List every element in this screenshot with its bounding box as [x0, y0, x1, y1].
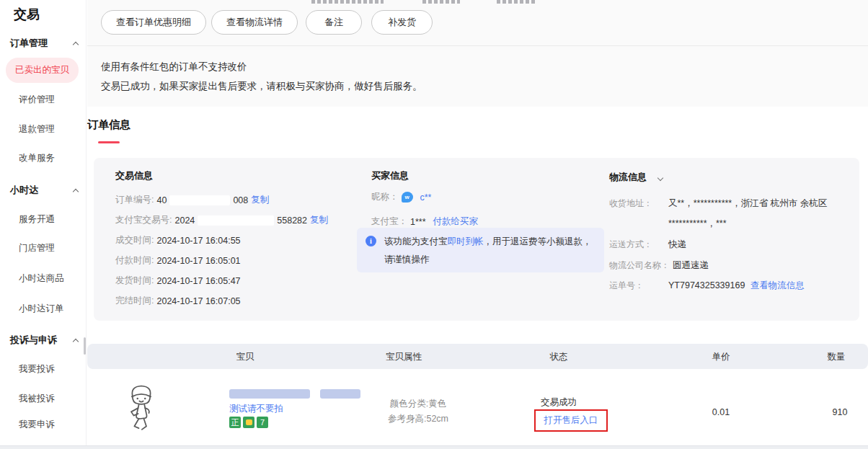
- buyer-alipay-label: 支付宝：: [371, 215, 407, 228]
- sidebar-item-review-management[interactable]: 评价管理: [19, 94, 55, 106]
- logistics-company-value: 圆通速递: [673, 259, 709, 272]
- header-quantity: 数量: [807, 351, 865, 363]
- sidebar-item-order-change-service[interactable]: 改单服务: [19, 152, 55, 164]
- sidebar-group-complaints[interactable]: 投诉与申诉: [10, 334, 78, 347]
- address-label: 收货地址：: [609, 197, 652, 210]
- wangwang-icon[interactable]: w: [402, 192, 413, 203]
- product-subtitle-link[interactable]: 测试请不要拍: [229, 403, 283, 415]
- waybill-label: 运单号：: [609, 280, 644, 292]
- buyer-alipay-account: 1***: [410, 217, 426, 227]
- sidebar: 交易 订单管理 已卖出的宝贝 评价管理 退款管理 改单服务 小时达 服务开通 门…: [0, 0, 87, 449]
- ship-time-row: 发货时间: 2024-10-17 16:05:47: [115, 275, 241, 287]
- note-text-prefix: 该功能为支付宝: [384, 236, 448, 246]
- shipping-method-value: 快递: [668, 239, 686, 251]
- order-status: 交易成功: [515, 396, 602, 409]
- complete-time-value: 2024-10-17 16:07:05: [156, 296, 240, 306]
- ship-time-label: 发货时间:: [115, 275, 154, 287]
- logistics-title-text: 物流信息: [609, 172, 647, 182]
- logistics-info-title: 物流信息: [609, 171, 663, 184]
- waybill-row: 运单号： YT7974325339169 查看物流信息: [609, 280, 644, 292]
- clipped-text-fragment: [497, 0, 537, 4]
- chevron-down-icon[interactable]: [657, 175, 663, 181]
- deal-time-row: 成交时间: 2024-10-17 16:04:55: [115, 234, 241, 246]
- sidebar-group-label: 订单管理: [10, 37, 48, 50]
- order-number-prefix: 40: [156, 195, 167, 205]
- clipped-text-fragment: [422, 0, 460, 4]
- sidebar-title: 交易: [14, 6, 40, 23]
- chevron-up-icon: [73, 189, 79, 195]
- redacted-order-number: [169, 195, 230, 205]
- address-row: 收货地址： 又**，***********，浙江省 杭州市 余杭区: [609, 197, 652, 210]
- instant-arrival-link[interactable]: 即时到帐: [448, 236, 484, 246]
- deal-time-value: 2024-10-17 16:04:55: [156, 236, 240, 246]
- sidebar-group-hourly-delivery[interactable]: 小时达: [10, 184, 78, 197]
- action-section: 查看订单优惠明细 查看物流详情 备注 补发货 使用有条件红包的订单不支持改价 交…: [87, 0, 868, 107]
- sidebar-item-service-activation[interactable]: 服务开通: [19, 213, 55, 226]
- shipping-method-label: 运送方式：: [609, 239, 652, 251]
- buyer-alipay-row: 支付宝： 1*** 付款给买家: [371, 215, 478, 228]
- remark-button[interactable]: 备注: [306, 10, 362, 35]
- sidebar-item-file-appeal[interactable]: 我要申诉: [19, 419, 55, 431]
- alipay-number-label: 支付宝交易号:: [115, 214, 172, 226]
- pay-time-value: 2024-10-17 16:05:01: [156, 256, 240, 266]
- nickname-label: 昵称：: [371, 191, 399, 203]
- buyer-nickname-link[interactable]: c**: [420, 192, 432, 203]
- attr-height: 参考身高:52cm: [368, 413, 469, 425]
- charity-badge: [243, 417, 254, 428]
- complete-time-row: 完结时间: 2024-10-17 16:07:05: [115, 295, 241, 307]
- sidebar-item-complained-against[interactable]: 我被投诉: [19, 393, 55, 405]
- product-table-row: 测试请不要拍 正 7 颜色分类:黄色 参考身高:52cm 交易成功 打开售后入口…: [87, 369, 868, 445]
- clipped-text-fragment: [311, 0, 384, 4]
- sidebar-item-hourly-products[interactable]: 小时达商品: [19, 272, 64, 285]
- open-after-sale-link[interactable]: 打开售后入口: [544, 414, 598, 427]
- nickname-row: 昵称： w c**: [371, 191, 431, 203]
- order-number-suffix: 008: [233, 195, 248, 205]
- ship-time-value: 2024-10-17 16:05:47: [156, 276, 240, 286]
- reship-button[interactable]: 补发货: [371, 10, 433, 35]
- sidebar-item-hourly-orders[interactable]: 小时达订单: [19, 303, 64, 315]
- address-line-1: 又**，***********，浙江省 杭州市 余杭区: [668, 197, 827, 210]
- sidebar-group-label: 投诉与申诉: [10, 334, 57, 347]
- chevron-up-icon: [73, 42, 79, 48]
- redacted-product-title[interactable]: [229, 389, 310, 399]
- sidebar-item-file-complaint[interactable]: 我要投诉: [19, 363, 55, 375]
- view-logistics-info-link[interactable]: 查看物流信息: [750, 280, 805, 290]
- product-table-header: 宝贝 宝贝属性 状态 单价 数量: [87, 344, 868, 369]
- sidebar-scrollbar-thumb[interactable]: [84, 337, 86, 355]
- header-status: 状态: [530, 351, 588, 363]
- info-icon: i: [366, 236, 376, 246]
- sidebar-group-order-management[interactable]: 订单管理: [10, 37, 78, 50]
- alipay-number-prefix: 2024: [174, 215, 195, 226]
- address-line-2: ***********，***: [668, 218, 727, 230]
- view-logistics-detail-button[interactable]: 查看物流详情: [211, 10, 298, 35]
- complete-time-label: 完结时间:: [115, 295, 154, 307]
- redacted-product-title-2[interactable]: [320, 389, 360, 399]
- product-badges: 正 7: [229, 417, 268, 428]
- logistics-company-row: 物流公司名称： 圆通速递: [609, 259, 670, 272]
- copy-alipay-number-link[interactable]: 复制: [310, 214, 328, 226]
- order-number-row: 订单编号: 40 008 复制: [115, 194, 269, 206]
- alipay-number-suffix: 558282: [277, 215, 307, 226]
- page-section-title: 订单信息: [87, 118, 130, 132]
- charity-badge-icon: [246, 419, 252, 425]
- instant-payment-note: i 该功能为支付宝即时到帐，用于退运费等小额退款，请谨慎操作: [357, 228, 604, 272]
- waybill-number: YT7974325339169: [668, 280, 745, 290]
- alipay-number-row: 支付宝交易号: 2024 558282 复制: [115, 214, 328, 226]
- chevron-up-icon: [73, 339, 79, 344]
- sidebar-item-refund-management[interactable]: 退款管理: [19, 123, 55, 135]
- pay-to-buyer-link[interactable]: 付款给买家: [433, 215, 479, 228]
- sidebar-item-sold-items[interactable]: 已卖出的宝贝: [6, 58, 79, 83]
- copy-order-number-link[interactable]: 复制: [251, 194, 269, 206]
- header-product-attrs: 宝贝属性: [375, 351, 433, 363]
- header-unit-price: 单价: [692, 351, 750, 363]
- authentic-badge: 正: [229, 417, 241, 428]
- divider: [87, 45, 868, 46]
- notice-line-1: 使用有条件红包的订单不支持改价: [101, 61, 247, 74]
- view-order-discount-detail-button[interactable]: 查看订单优惠明细: [101, 10, 206, 35]
- pay-time-row: 付款时间: 2024-10-17 16:05:01: [115, 254, 241, 267]
- product-image[interactable]: [122, 383, 161, 434]
- deal-time-label: 成交时间:: [115, 234, 154, 246]
- order-info-panel: 交易信息 订单编号: 40 008 复制 支付宝交易号: 2024 558282…: [94, 158, 859, 321]
- notice-line-2: 交易已成功，如果买家提出售后要求，请积极与买家协商，做好售后服务。: [101, 80, 422, 93]
- sidebar-item-store-management[interactable]: 门店管理: [19, 242, 55, 254]
